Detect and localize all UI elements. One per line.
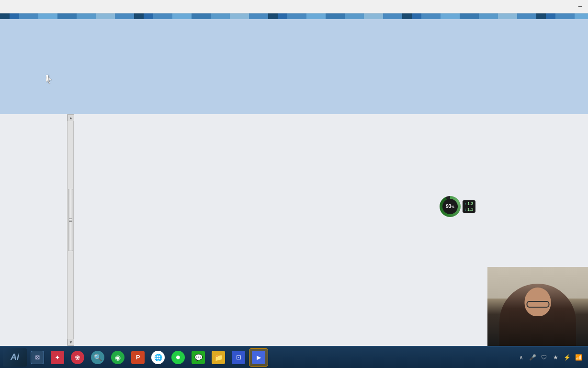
cpu-usage-circle: 93% bbox=[440, 196, 461, 217]
taskbar-wechat-app[interactable]: 💬 bbox=[189, 348, 208, 367]
chevron-down-icon: ▼ bbox=[69, 340, 73, 345]
cherry-icon: ❀ bbox=[71, 351, 84, 364]
main-content-area: ▲ ▼ 93% ↑ 1.3 ↓ bbox=[0, 114, 588, 346]
left-sidebar: ▲ ▼ bbox=[0, 114, 74, 346]
scrollbar-thumb[interactable] bbox=[68, 189, 73, 251]
taskbar: Ai ⊠ ✦ ❀ 🔍 ◉ P 🌐 ● 💬 📁 ⊡ ▶ ∧ bbox=[0, 346, 588, 368]
minimize-button[interactable]: − bbox=[575, 2, 585, 11]
taskbar-box-app[interactable]: ⊡ bbox=[229, 348, 248, 367]
taskbar-files-app[interactable]: 📁 bbox=[209, 348, 228, 367]
webcam-overlay bbox=[487, 267, 588, 346]
tray-power-button[interactable]: ⚡ bbox=[562, 353, 572, 362]
download-speed-value: 1.3 bbox=[467, 207, 474, 212]
top-banner bbox=[0, 13, 588, 19]
files-icon: 📁 bbox=[212, 351, 225, 364]
microphone-icon: 🎤 bbox=[529, 354, 536, 361]
security-shield-icon: 🛡 bbox=[541, 354, 547, 361]
ppt-icon: P bbox=[131, 351, 145, 364]
cpu-percentage-display: 93% bbox=[442, 199, 458, 214]
system-tray: ∧ 🎤 🛡 ★ ⚡ 📶 bbox=[516, 353, 583, 362]
tray-wifi-button[interactable]: 📶 bbox=[574, 353, 583, 362]
search-icon: 🔍 bbox=[91, 351, 104, 364]
taskbar-browser-app[interactable]: ◉ bbox=[108, 348, 127, 367]
upload-arrow-icon: ↑ bbox=[464, 202, 466, 206]
tray-shield-button[interactable]: 🛡 bbox=[539, 353, 549, 362]
webcam-person-head bbox=[525, 288, 551, 316]
wechat-icon: 💬 bbox=[192, 351, 205, 364]
cursor-pointer bbox=[46, 75, 54, 84]
network-stats-panel: ↑ 1.3 ↓ 1.3 bbox=[463, 200, 475, 213]
battery-icon: ⚡ bbox=[564, 354, 571, 361]
browser-icon: ◉ bbox=[111, 351, 124, 364]
banner-image-strip bbox=[0, 13, 588, 19]
webcam-video-feed bbox=[487, 267, 588, 346]
taskbar-search-app[interactable]: 🔍 bbox=[88, 348, 107, 367]
cpu-percent-sign: % bbox=[451, 205, 454, 208]
tray-star-button[interactable]: ★ bbox=[551, 353, 560, 362]
performance-monitor-widget[interactable]: 93% ↑ 1.3 ↓ 1.3 bbox=[440, 196, 483, 218]
content-panel: 93% ↑ 1.3 ↓ 1.3 bbox=[74, 114, 588, 346]
svg-marker-0 bbox=[46, 75, 52, 84]
grip-line-3 bbox=[69, 221, 72, 222]
taskbar-presenter-app[interactable]: ▶ bbox=[249, 348, 268, 367]
scrollbar-grip bbox=[69, 218, 72, 222]
download-arrow-icon: ↓ bbox=[464, 207, 466, 212]
taskbar-cherry-app[interactable]: ❀ bbox=[68, 348, 87, 367]
tray-expand-button[interactable]: ∧ bbox=[516, 353, 526, 362]
scrollbar-up-button[interactable]: ▲ bbox=[68, 115, 74, 121]
chevron-up-icon: ▲ bbox=[69, 116, 73, 120]
scrollbar-down-button[interactable]: ▼ bbox=[68, 339, 74, 345]
grip-line-1 bbox=[69, 218, 72, 219]
task-manager-icon: ⊠ bbox=[31, 351, 44, 364]
scrollbar-track[interactable]: ▲ ▼ bbox=[67, 114, 74, 346]
title-bar: − bbox=[0, 0, 588, 13]
taskbar-chrome-app[interactable]: 🌐 bbox=[148, 348, 168, 367]
cpu-percent-value: 93 bbox=[446, 204, 451, 209]
taskbar-quickball-app[interactable]: ● bbox=[169, 348, 188, 367]
quickball-icon: ● bbox=[171, 351, 185, 364]
box-icon: ⊡ bbox=[232, 351, 245, 364]
blue-content-area bbox=[0, 19, 588, 114]
grip-line-2 bbox=[69, 220, 72, 220]
ai-label[interactable]: Ai bbox=[3, 348, 27, 367]
wifi-icon: 📶 bbox=[575, 354, 582, 361]
grid-icon: ✦ bbox=[51, 351, 64, 364]
download-stat: ↓ 1.3 bbox=[464, 207, 474, 212]
taskbar-task-manager[interactable]: ⊠ bbox=[28, 348, 47, 367]
favorite-star-icon: ★ bbox=[553, 354, 558, 361]
upload-speed-value: 1.3 bbox=[467, 201, 474, 206]
tray-mic-button[interactable]: 🎤 bbox=[528, 353, 537, 362]
expand-tray-icon: ∧ bbox=[519, 354, 523, 361]
presenter-icon: ▶ bbox=[252, 351, 265, 364]
upload-stat: ↑ 1.3 bbox=[464, 201, 474, 206]
webcam-person-glasses bbox=[526, 301, 549, 308]
chrome-icon: 🌐 bbox=[151, 351, 165, 364]
taskbar-ppt-app[interactable]: P bbox=[128, 348, 147, 367]
taskbar-grid-app[interactable]: ✦ bbox=[48, 348, 67, 367]
